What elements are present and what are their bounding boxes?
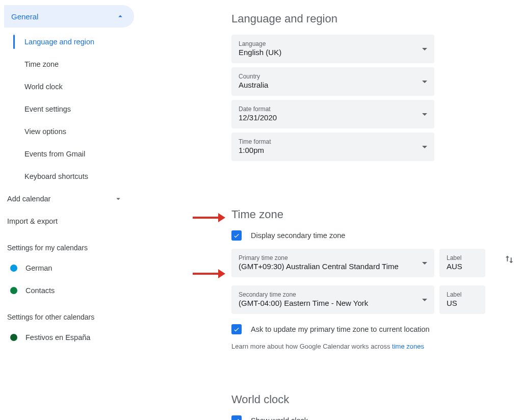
checkbox-checked-icon[interactable]: [231, 324, 242, 334]
country-value: Australia: [239, 81, 268, 90]
sidebar-item-event-settings[interactable]: Event settings: [10, 98, 153, 120]
date-format-label: Date format: [239, 106, 277, 113]
annotation-arrow: [193, 213, 225, 222]
sidebar-item-view-options[interactable]: View options: [10, 120, 153, 143]
sidebar-item-time-zone[interactable]: Time zone: [10, 53, 153, 75]
sidebar-calendar-german[interactable]: German: [4, 257, 153, 279]
chevron-up-icon: [116, 12, 125, 21]
sidebar-item-events-from-gmail[interactable]: Events from Gmail: [10, 143, 153, 165]
sidebar-section-general-label: General: [11, 12, 38, 21]
sidebar-item-language-region[interactable]: Language and region: [10, 31, 153, 53]
language-value: English (UK): [239, 48, 281, 58]
country-label: Country: [239, 73, 268, 81]
dropdown-icon: [422, 113, 427, 116]
section-title-language-region: Language and region: [231, 12, 497, 25]
settings-sidebar: General Language and region Time zone Wo…: [0, 5, 153, 349]
show-world-clock-label: Show world clock: [251, 416, 308, 420]
settings-content: Language and region Language English (UK…: [231, 12, 497, 420]
time-zones-link[interactable]: time zones: [392, 343, 424, 350]
sidebar-section-general[interactable]: General: [4, 5, 134, 28]
display-secondary-checkbox-row[interactable]: Display secondary time zone: [231, 230, 497, 241]
country-select[interactable]: Country Australia: [231, 67, 434, 96]
sidebar-item-import-export[interactable]: Import & export: [4, 210, 134, 232]
checkbox-checked-icon[interactable]: [231, 415, 242, 420]
calendar-color-dot: [10, 334, 17, 341]
time-format-label: Time format: [239, 138, 271, 146]
chevron-down-icon: [114, 194, 123, 203]
calendar-color-dot: [10, 265, 17, 272]
language-select[interactable]: Language English (UK): [231, 35, 434, 63]
primary-tz-label-input[interactable]: Label AUS: [439, 249, 485, 277]
primary-time-zone-select[interactable]: Primary time zone (GMT+09:30) Australian…: [231, 249, 434, 277]
date-format-select[interactable]: Date format 12/31/2020: [231, 100, 434, 128]
time-format-value: 1:00pm: [239, 146, 271, 155]
date-format-value: 12/31/2020: [239, 113, 277, 123]
section-title-time-zone: Time zone: [231, 208, 497, 221]
show-world-clock-checkbox-row[interactable]: Show world clock: [231, 415, 497, 420]
language-label: Language: [239, 40, 281, 48]
dropdown-icon: [422, 262, 427, 265]
swap-time-zones-icon[interactable]: [504, 254, 515, 265]
sidebar-item-add-calendar[interactable]: Add calendar: [4, 188, 134, 210]
dropdown-icon: [422, 81, 427, 83]
secondary-time-zone-select[interactable]: Secondary time zone (GMT-04:00) Eastern …: [231, 285, 434, 314]
dropdown-icon: [422, 146, 427, 148]
sidebar-calendar-contacts[interactable]: Contacts: [4, 279, 153, 302]
dropdown-icon: [422, 299, 427, 301]
ask-update-label: Ask to update my primary time zone to cu…: [251, 325, 430, 333]
secondary-tz-label-input[interactable]: Label US: [439, 285, 485, 314]
sidebar-calendar-festivos[interactable]: Festivos en España: [4, 326, 153, 349]
dropdown-icon: [422, 48, 427, 50]
sidebar-item-keyboard-shortcuts[interactable]: Keyboard shortcuts: [10, 165, 153, 188]
ask-update-checkbox-row[interactable]: Ask to update my primary time zone to cu…: [231, 324, 497, 334]
sidebar-item-world-clock[interactable]: World clock: [10, 75, 153, 98]
annotation-arrow: [193, 269, 225, 278]
section-title-world-clock: World clock: [231, 393, 497, 406]
time-format-select[interactable]: Time format 1:00pm: [231, 133, 434, 161]
calendar-color-dot: [10, 287, 17, 294]
sidebar-my-calendars-title: Settings for my calendars: [4, 232, 153, 257]
sidebar-other-calendars-title: Settings for other calendars: [4, 302, 153, 326]
checkbox-checked-icon[interactable]: [231, 230, 242, 241]
learn-more-text: Learn more about how Google Calendar wor…: [231, 343, 497, 350]
display-secondary-label: Display secondary time zone: [251, 231, 345, 240]
